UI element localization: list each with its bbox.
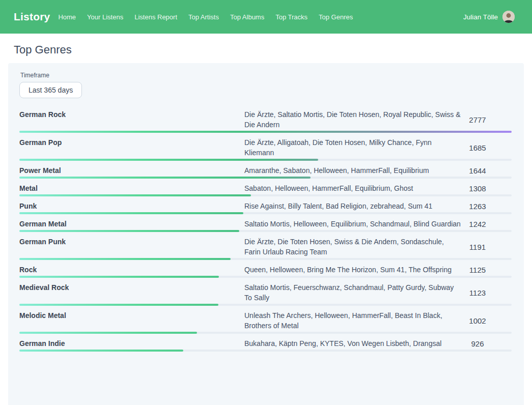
genre-name: Rock (19, 265, 244, 275)
genre-name: Melodic Metal (19, 310, 244, 331)
genre-artists: Saltatio Mortis, Feuerschwanz, Schandmau… (244, 282, 461, 303)
genre-count: 1002 (461, 316, 512, 325)
timeframe-label: Timeframe (20, 72, 512, 79)
genre-artists: Rise Against, Billy Talent, Bad Religion… (244, 201, 461, 211)
top-genres-card: Timeframe Last 365 days German Rock Die … (8, 63, 524, 405)
genre-artists: Die Ärzte, Saltatio Mortis, Die Toten Ho… (244, 109, 461, 130)
genre-row: Metal Sabaton, Helloween, HammerFall, Eq… (19, 179, 512, 196)
genre-row: German Indie Bukahara, Käptn Peng, KYTES… (19, 334, 512, 352)
genre-row: Rock Queen, Helloween, Bring Me The Hori… (19, 260, 512, 278)
genre-row: Medieval Rock Saltatio Mortis, Feuerschw… (19, 278, 512, 306)
genre-name: German Metal (19, 219, 244, 229)
genre-artists: Die Ärzte, Die Toten Hosen, Swiss & Die … (244, 237, 461, 257)
genre-artists: Sabaton, Helloween, HammerFall, Equilibr… (244, 183, 461, 193)
genre-artists: Queen, Helloween, Bring Me The Horizon, … (244, 265, 461, 275)
genre-count: 2777 (461, 115, 512, 124)
genre-count: 1644 (461, 166, 512, 175)
genre-row: German Rock Die Ärzte, Saltatio Mortis, … (19, 105, 512, 133)
genre-artists: Bukahara, Käptn Peng, KYTES, Von Wegen L… (244, 338, 461, 349)
genre-name: German Rock (19, 109, 244, 130)
genres-table: German Rock Die Ärzte, Saltatio Mortis, … (19, 105, 512, 352)
person-photo-icon (502, 11, 515, 23)
genre-name: Power Metal (19, 165, 244, 176)
nav-item-top-genres[interactable]: Top Genres (319, 13, 353, 21)
user-name: Julian Tölle (463, 13, 498, 21)
genre-artists: Unleash The Archers, Helloween, HammerFa… (244, 310, 461, 331)
main-nav: Home Your Listens Listens Report Top Art… (58, 13, 463, 21)
genre-name: Punk (19, 201, 244, 211)
genre-name: German Pop (19, 137, 244, 158)
genre-name: German Indie (19, 338, 244, 349)
genre-count: 1191 (461, 243, 512, 251)
genre-count: 926 (461, 339, 512, 348)
genre-count: 1308 (461, 184, 512, 193)
nav-item-top-albums[interactable]: Top Albums (230, 13, 264, 21)
genre-row: German Pop Die Ärzte, Alligatoah, Die To… (19, 133, 512, 161)
app-logo[interactable]: Listory (14, 11, 50, 23)
genre-artists: Die Ärzte, Alligatoah, Die Toten Hosen, … (244, 137, 461, 158)
genre-count: 1263 (461, 202, 512, 211)
nav-item-your-listens[interactable]: Your Listens (87, 13, 123, 21)
genre-row: Melodic Metal Unleash The Archers, Hello… (19, 306, 512, 334)
genre-name: German Punk (19, 237, 244, 257)
genre-row: German Punk Die Ärzte, Die Toten Hosen, … (19, 232, 512, 260)
timeframe-select[interactable]: Last 365 days (19, 82, 82, 98)
nav-item-home[interactable]: Home (58, 13, 76, 21)
nav-item-top-tracks[interactable]: Top Tracks (275, 13, 307, 21)
main-content: Top Genres Timeframe Last 365 days Germa… (0, 43, 532, 405)
genre-count: 1123 (461, 288, 512, 297)
app-header: Listory Home Your Listens Listens Report… (0, 0, 532, 34)
genre-row: German Metal Saltatio Mortis, Helloween,… (19, 214, 512, 232)
genre-artists: Amaranthe, Sabaton, Helloween, HammerFal… (244, 165, 461, 176)
genre-row: Punk Rise Against, Billy Talent, Bad Rel… (19, 196, 512, 214)
nav-item-top-artists[interactable]: Top Artists (188, 13, 219, 21)
genre-count: 1125 (461, 266, 512, 274)
nav-item-listens-report[interactable]: Listens Report (134, 13, 177, 21)
genre-count: 1242 (461, 220, 512, 228)
genre-bar-track (19, 350, 512, 352)
user-menu[interactable]: Julian Tölle (463, 11, 515, 23)
genre-artists: Saltatio Mortis, Helloween, Equilibrium,… (244, 219, 461, 229)
user-avatar[interactable] (502, 11, 515, 23)
timeframe-filter: Timeframe Last 365 days (19, 72, 512, 98)
genre-name: Medieval Rock (19, 282, 244, 303)
genre-name: Metal (19, 183, 244, 193)
genre-count: 1685 (461, 143, 512, 152)
genre-bar (19, 350, 183, 352)
page-title: Top Genres (14, 43, 524, 56)
genre-row: Power Metal Amaranthe, Sabaton, Hellowee… (19, 161, 512, 179)
